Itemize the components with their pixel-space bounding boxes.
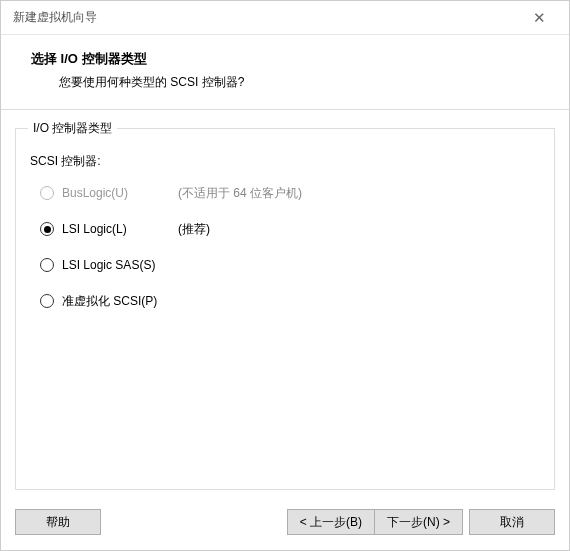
wizard-content: I/O 控制器类型 SCSI 控制器: BusLogic(U) (不适用于 64… <box>1 110 569 504</box>
wizard-header: 选择 I/O 控制器类型 您要使用何种类型的 SCSI 控制器? <box>1 35 569 110</box>
radio-icon[interactable] <box>40 294 54 308</box>
radio-option-buslogic: BusLogic(U) (不适用于 64 位客户机) <box>40 184 542 202</box>
page-subtitle: 您要使用何种类型的 SCSI 控制器? <box>31 74 547 91</box>
radio-label: LSI Logic(L) <box>62 222 172 236</box>
radio-option-lsi-logic[interactable]: LSI Logic(L) (推荐) <box>40 220 542 238</box>
cancel-button[interactable]: 取消 <box>469 509 555 535</box>
nav-button-group: < 上一步(B) 下一步(N) > <box>287 509 463 535</box>
radio-label: 准虚拟化 SCSI(P) <box>62 293 172 310</box>
back-button[interactable]: < 上一步(B) <box>287 509 375 535</box>
close-icon[interactable]: ✕ <box>519 1 559 35</box>
radio-option-lsi-logic-sas[interactable]: LSI Logic SAS(S) <box>40 256 542 274</box>
io-controller-fieldset: I/O 控制器类型 SCSI 控制器: BusLogic(U) (不适用于 64… <box>15 120 555 490</box>
radio-option-paravirtual-scsi[interactable]: 准虚拟化 SCSI(P) <box>40 292 542 310</box>
radio-hint: (不适用于 64 位客户机) <box>178 185 302 202</box>
radio-icon[interactable] <box>40 222 54 236</box>
radio-label: LSI Logic SAS(S) <box>62 258 172 272</box>
page-title: 选择 I/O 控制器类型 <box>31 50 547 68</box>
scsi-controller-label: SCSI 控制器: <box>30 153 542 170</box>
radio-icon[interactable] <box>40 258 54 272</box>
fieldset-legend: I/O 控制器类型 <box>28 120 117 137</box>
wizard-footer: 帮助 < 上一步(B) 下一步(N) > 取消 <box>1 504 569 550</box>
radio-icon <box>40 186 54 200</box>
radio-label: BusLogic(U) <box>62 186 172 200</box>
next-button[interactable]: 下一步(N) > <box>374 509 463 535</box>
title-bar: 新建虚拟机向导 ✕ <box>1 1 569 35</box>
help-button[interactable]: 帮助 <box>15 509 101 535</box>
radio-hint: (推荐) <box>178 221 210 238</box>
window-title: 新建虚拟机向导 <box>13 9 97 26</box>
